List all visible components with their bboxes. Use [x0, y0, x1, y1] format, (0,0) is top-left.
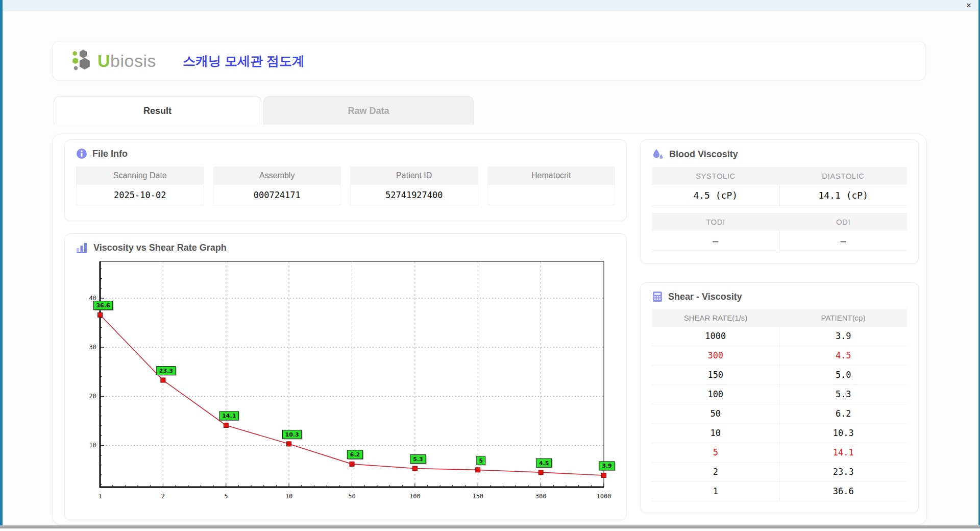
bv-header-cell: TODI — [652, 213, 779, 231]
ubiosis-logo: Ubiosis — [70, 48, 156, 74]
bar-chart-icon — [76, 242, 88, 253]
column-patient: PATIENT(cp) — [779, 309, 907, 327]
field-label: Hematocrit — [487, 166, 616, 185]
table-row: 10003.9 — [652, 327, 907, 346]
file-info-fields: Scanning Date2025-10-02Assembly000724171… — [76, 166, 615, 205]
field-label: Scanning Date — [76, 166, 204, 185]
table-row: 3004.5 — [652, 346, 907, 366]
section-title: Viscosity vs Shear Rate Graph — [93, 243, 227, 253]
bv-value-cell: – — [780, 231, 908, 252]
tab-result[interactable]: Result — [54, 96, 261, 125]
section-title: Shear - Viscosity — [668, 292, 742, 302]
svg-text:23.3: 23.3 — [159, 368, 173, 374]
bv-value-row: 4.5 (cP)14.1 (cP) — [652, 185, 907, 206]
file-info-field: Assembly000724171 — [213, 166, 341, 205]
logo-text: Ubiosis — [97, 51, 156, 71]
app-header: Ubiosis 스캐닝 모세관 점도계 — [52, 41, 926, 81]
svg-text:1: 1 — [98, 493, 102, 500]
section-title: Blood Viscosity — [669, 149, 738, 160]
window-bottom-border — [0, 525, 980, 528]
cell-patient: 5.0 — [780, 366, 908, 384]
svg-text:3.9: 3.9 — [602, 463, 612, 469]
cell-shear-rate: 2 — [652, 463, 780, 481]
calculator-icon — [652, 291, 663, 302]
section-title: File Info — [92, 149, 128, 159]
svg-text:1000: 1000 — [597, 493, 611, 500]
svg-text:36.6: 36.6 — [96, 302, 110, 309]
file-info-field: Scanning Date2025-10-02 — [76, 166, 204, 205]
cell-shear-rate: 5 — [652, 443, 780, 462]
svg-text:150: 150 — [472, 493, 483, 500]
cell-patient: 5.3 — [780, 385, 908, 404]
cell-shear-rate: 150 — [652, 366, 780, 384]
table-row: 514.1 — [652, 443, 907, 463]
table-row: 136.6 — [652, 482, 907, 501]
bv-value-cell: – — [652, 231, 780, 252]
shear-viscosity-card: Shear - Viscosity SHEAR RATE(1/s) PATIEN… — [640, 282, 919, 513]
field-label: Assembly — [213, 166, 341, 185]
bv-header-row: TODIODI — [652, 213, 907, 231]
cell-shear-rate: 50 — [652, 404, 780, 423]
svg-text:6.2: 6.2 — [350, 451, 360, 458]
cell-patient: 36.6 — [780, 482, 908, 501]
table-row: 506.2 — [652, 404, 907, 424]
viscosity-shear-chart: 102030401251050100150300100036.623.314.1… — [82, 259, 618, 505]
app-title: 스캐닝 모세관 점도계 — [183, 53, 305, 69]
result-panel: File Info Scanning Date2025-10-02Assembl… — [52, 134, 927, 525]
blood-viscosity-group: SYSTOLICDIASTOLIC4.5 (cP)14.1 (cP) — [652, 167, 907, 206]
svg-text:4.5: 4.5 — [539, 460, 549, 467]
svg-text:5.3: 5.3 — [413, 456, 423, 463]
blood-viscosity-title: Blood Viscosity — [652, 148, 907, 160]
table-row: 1010.3 — [652, 424, 907, 443]
info-icon — [76, 148, 87, 159]
close-icon[interactable]: × — [966, 0, 971, 11]
cell-shear-rate: 100 — [652, 385, 780, 404]
droplet-icon — [652, 148, 664, 160]
cell-patient: 3.9 — [780, 327, 908, 346]
cell-patient: 14.1 — [780, 443, 908, 462]
svg-text:100: 100 — [409, 493, 421, 500]
table-row: 1505.0 — [652, 366, 907, 385]
blood-viscosity-table: SYSTOLICDIASTOLIC4.5 (cP)14.1 (cP)TODIOD… — [652, 167, 907, 252]
field-value: 52741927400 — [350, 185, 478, 205]
svg-text:14.1: 14.1 — [222, 413, 236, 419]
field-value: 2025-10-02 — [76, 185, 204, 205]
svg-text:5: 5 — [224, 493, 228, 500]
svg-text:5: 5 — [479, 457, 483, 464]
svg-text:50: 50 — [348, 493, 355, 500]
cell-shear-rate: 1 — [652, 482, 780, 501]
bv-header-cell: DIASTOLIC — [779, 167, 907, 185]
blood-viscosity-group: TODIODI–– — [652, 213, 907, 252]
file-info-card: File Info Scanning Date2025-10-02Assembl… — [64, 139, 627, 221]
cell-shear-rate: 10 — [652, 424, 780, 443]
shear-viscosity-title: Shear - Viscosity — [652, 291, 907, 302]
field-value: 000724171 — [213, 185, 341, 205]
table-row: 223.3 — [652, 463, 907, 482]
cell-patient: 4.5 — [780, 346, 908, 365]
bv-value-cell: 14.1 (cP) — [780, 185, 908, 206]
cell-patient: 23.3 — [780, 463, 908, 481]
field-value — [487, 185, 616, 205]
table-row: 1005.3 — [652, 385, 907, 404]
svg-text:300: 300 — [535, 493, 547, 500]
cell-shear-rate: 1000 — [652, 327, 780, 346]
file-info-title: File Info — [76, 148, 615, 159]
bv-value-cell: 4.5 (cP) — [652, 185, 780, 206]
svg-text:30: 30 — [89, 344, 96, 351]
bv-header-cell: ODI — [779, 213, 907, 231]
svg-text:10: 10 — [285, 493, 292, 500]
bv-value-row: –– — [652, 231, 907, 252]
cell-patient: 6.2 — [780, 404, 908, 423]
blood-viscosity-card: Blood Viscosity SYSTOLICDIASTOLIC4.5 (cP… — [640, 139, 919, 264]
svg-text:10: 10 — [89, 442, 96, 449]
graph-title: Viscosity vs Shear Rate Graph — [76, 242, 615, 253]
window-titlebar: × — [3, 0, 978, 11]
file-info-field: Patient ID52741927400 — [350, 166, 478, 205]
file-info-field: Hematocrit — [487, 166, 616, 205]
tab-raw-data[interactable]: Raw Data — [263, 96, 474, 125]
hexagon-cluster-icon — [70, 48, 95, 74]
svg-text:40: 40 — [89, 295, 96, 302]
shear-table-header: SHEAR RATE(1/s) PATIENT(cp) — [652, 309, 907, 327]
graph-card: Viscosity vs Shear Rate Graph 1020304012… — [64, 233, 627, 520]
svg-text:10.3: 10.3 — [285, 431, 299, 438]
